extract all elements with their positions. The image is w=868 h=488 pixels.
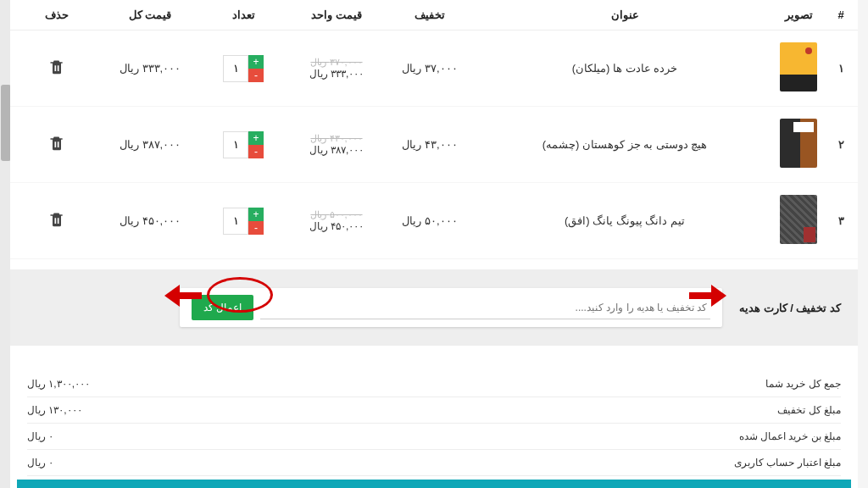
summary-row-payable: مبلغ کل قابل پرداخت ۱,۱۷۰,۰۰۰ ریال [17,480,851,488]
cart-page: # تصویر عنوان تخفیف قیمت واحد تعداد قیمت… [10,0,858,488]
svg-rect-0 [689,292,713,299]
trash-icon[interactable] [48,210,65,229]
summary-row: جمع کل خرید شما۱,۳۰۰,۰۰۰ ریال [27,371,841,397]
svg-marker-1 [711,285,726,307]
row-unit-price: ۴۳۰,۰۰۰ ریال۳۸۷,۰۰۰ ریال [290,107,383,183]
summary-label: جمع کل خرید شما [765,378,841,390]
coupon-input[interactable] [260,297,710,319]
row-num: ۲ [824,107,858,183]
product-thumbnail[interactable] [780,195,817,244]
row-num: ۳ [824,183,858,259]
row-discount: ۳۷,۰۰۰ ریال [383,30,476,107]
row-qty: +- [197,183,290,259]
row-image [773,30,824,107]
summary-value: ۰ ریال [27,430,53,442]
product-thumbnail[interactable] [780,119,817,168]
qty-input[interactable] [223,208,248,235]
qty-decrease-button[interactable]: - [248,145,264,158]
col-image-header: تصویر [773,0,824,30]
order-summary: جمع کل خرید شما۱,۳۰۰,۰۰۰ ریالمبلغ کل تخف… [10,371,858,488]
row-title: هیچ دوستی به جز کوهستان (چشمه) [476,107,773,183]
trash-icon[interactable] [48,134,65,152]
table-row: ۳تیم دانگ پیونگ یانگ (افق)۵۰,۰۰۰ ریال۵۰۰… [10,183,858,259]
row-unit-price: ۵۰۰,۰۰۰ ریال۴۵۰,۰۰۰ ریال [290,183,383,259]
col-total-header: قیمت کل [103,0,197,30]
qty-decrease-button[interactable]: - [248,221,264,235]
qty-input[interactable] [223,131,248,158]
row-discount: ۵۰,۰۰۰ ریال [383,183,476,259]
svg-marker-3 [164,285,180,307]
table-row: ۱خرده عادت ها (میلکان)۳۷,۰۰۰ ریال۳۷۰,۰۰۰… [10,30,858,107]
annotation-arrow-left-icon [164,285,202,307]
coupon-label: کد تخفیف / کارت هدیه [732,302,841,314]
annotation-arrow-right-icon [689,285,726,307]
col-discount-header: تخفیف [383,0,476,30]
summary-label: مبلغ کل تخفیف [777,404,841,416]
row-discount: ۴۳,۰۰۰ ریال [383,107,476,183]
col-delete-header: حذف [10,0,103,30]
summary-label: مبلغ بن خرید اعمال شده [739,430,841,442]
col-num-header: # [824,0,858,30]
coupon-section: کد تخفیف / کارت هدیه اعمال کد [10,269,858,346]
summary-row: مبلغ بن خرید اعمال شده۰ ریال [27,424,841,450]
col-title-header: عنوان [476,0,773,30]
col-qty-header: تعداد [197,0,290,30]
row-title: خرده عادت ها (میلکان) [476,30,773,107]
summary-value: ۱۳۰,۰۰۰ ریال [27,404,82,416]
row-title: تیم دانگ پیونگ یانگ (افق) [476,183,773,259]
qty-input[interactable] [223,55,248,82]
row-delete [10,183,103,259]
row-image [773,183,824,259]
qty-increase-button[interactable]: + [248,55,264,69]
row-num: ۱ [824,30,858,107]
trash-icon[interactable] [48,58,65,76]
row-total: ۴۵۰,۰۰۰ ریال [103,183,197,259]
product-thumbnail[interactable] [780,42,817,92]
svg-rect-2 [178,292,202,299]
row-image [773,107,824,183]
col-unit-header: قیمت واحد [290,0,383,30]
summary-label: مبلغ اعتبار حساب کاربری [734,457,841,469]
qty-increase-button[interactable]: + [248,131,264,145]
qty-decrease-button[interactable]: - [248,69,264,82]
row-qty: +- [197,107,290,183]
qty-increase-button[interactable]: + [248,208,264,221]
row-total: ۳۸۷,۰۰۰ ریال [103,107,197,183]
summary-row: مبلغ کل تخفیف۱۳۰,۰۰۰ ریال [27,397,841,424]
table-row: ۲هیچ دوستی به جز کوهستان (چشمه)۴۳,۰۰۰ ری… [10,107,858,183]
summary-value: ۱,۳۰۰,۰۰۰ ریال [27,378,90,390]
cart-table: # تصویر عنوان تخفیف قیمت واحد تعداد قیمت… [10,0,858,259]
row-delete [10,107,103,183]
summary-value: ۰ ریال [27,457,53,469]
coupon-box: اعمال کد [180,288,722,327]
table-header-row: # تصویر عنوان تخفیف قیمت واحد تعداد قیمت… [10,0,858,30]
row-qty: +- [197,30,290,107]
summary-row: مبلغ اعتبار حساب کاربری۰ ریال [27,450,841,476]
row-total: ۳۳۳,۰۰۰ ریال [103,30,197,107]
row-delete [10,30,103,107]
row-unit-price: ۳۷۰,۰۰۰ ریال۳۳۳,۰۰۰ ریال [290,30,383,107]
